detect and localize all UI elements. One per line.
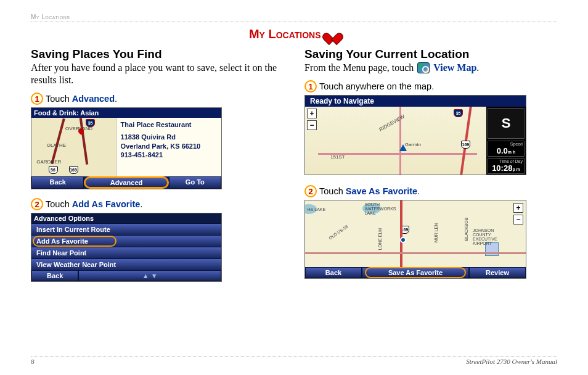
direction-box[interactable]: S <box>488 108 525 139</box>
save-as-favorite-button[interactable]: Save As Favorite <box>362 267 469 278</box>
ss1-header: Food & Drink: Asian <box>31 108 221 118</box>
left-step-1: 1 Touch Advanced. <box>31 93 284 105</box>
nav-info-panel: S Speed 0.0m h Time of Day 10:28p m <box>486 107 526 175</box>
add-favorite-link: Add As Favorite <box>72 199 141 209</box>
nav-map-area[interactable]: + − 151ST RIDGEVIEW Garmin 35 169 <box>305 107 486 175</box>
page-footer: 8 StreetPilot 2730 Owner's Manual <box>31 356 557 365</box>
ss2-header: Advanced Options <box>31 213 221 223</box>
advanced-link: Advanced <box>72 94 115 104</box>
zoom-out-button[interactable]: − <box>307 120 317 130</box>
time-box[interactable]: Time of Day 10:28p m <box>488 158 525 174</box>
header-breadcrumb: My Locations <box>31 14 557 22</box>
ss2-item-insert-route[interactable]: Insert In Current Route <box>31 223 221 235</box>
column-left: Saving Places You Find After you have fo… <box>31 47 284 288</box>
ss2-item-weather[interactable]: View Weather Near Point <box>31 258 221 270</box>
save-map-area[interactable]: + − SOUTH WATERWORKS LAKE HE LAKE OLD US… <box>305 200 526 267</box>
left-intro: After you have found a place you want to… <box>31 62 284 86</box>
ss1-detail-panel: Thai Place Restaurant 11838 Quivira Rd O… <box>117 118 221 176</box>
page-title: My Locations <box>31 27 557 41</box>
left-step-2: 2 Touch Add As Favorite. <box>31 198 284 210</box>
screenshot-advanced-options: Advanced Options Insert In Current Route… <box>31 213 222 282</box>
step-number-2r-icon: 2 <box>304 185 317 197</box>
ss2-item-find-near[interactable]: Find Near Point <box>31 247 221 258</box>
heart-icon <box>325 28 339 40</box>
screenshot-poi-detail: Food & Drink: Asian OVERLAND OLATHE GARD… <box>31 107 222 189</box>
ss1-goto-button[interactable]: Go To <box>169 176 221 189</box>
right-intro: From the Menu page, touch View Map. <box>304 62 557 74</box>
right-step-1: 1 Touch anywhere on the map. <box>304 80 557 93</box>
ss1-map-area[interactable]: OVERLAND OLATHE GARDNER 35 56 169 <box>31 118 117 176</box>
step-number-1-icon: 1 <box>31 93 43 105</box>
right-section-title: Saving Your Current Location <box>304 47 557 61</box>
zoom-in2-button[interactable]: + <box>513 203 523 213</box>
ss2-scroll-arrows[interactable]: ▲ ▼ <box>78 270 221 281</box>
view-map-icon <box>417 62 430 73</box>
manual-title: StreetPilot 2730 Owner's Manual <box>466 358 557 365</box>
zoom-in-button[interactable]: + <box>307 109 317 118</box>
nav-title: Ready to Navigate <box>305 96 526 107</box>
left-section-title: Saving Places You Find <box>31 47 284 61</box>
save-review-button[interactable]: Review <box>469 267 526 278</box>
speed-box[interactable]: Speed 0.0m h <box>488 141 525 157</box>
ss1-advanced-button[interactable]: Advanced <box>84 176 168 189</box>
right-step-2: 2 Touch Save As Favorite. <box>304 185 557 197</box>
screenshot-save-map: + − SOUTH WATERWORKS LAKE HE LAKE OLD US… <box>304 200 526 279</box>
zoom-out2-button[interactable]: − <box>513 215 523 225</box>
save-favorite-link: Save As Favorite <box>346 186 417 196</box>
ss2-back-button[interactable]: Back <box>31 270 78 281</box>
step-number-2-icon: 2 <box>31 198 43 210</box>
view-map-link: View Map <box>433 62 476 73</box>
ss2-item-add-favorite[interactable]: Add As Favorite <box>31 235 221 247</box>
header-text: My Locations <box>31 14 70 20</box>
ss1-back-button[interactable]: Back <box>31 176 84 189</box>
screenshot-nav-map: Ready to Navigate + − 151ST RIDGEVIEW Ga… <box>304 95 526 175</box>
step-number-1r-icon: 1 <box>304 80 317 93</box>
page-number: 8 <box>31 358 35 365</box>
save-back-button[interactable]: Back <box>305 267 362 278</box>
column-right: Saving Your Current Location From the Me… <box>304 47 557 288</box>
